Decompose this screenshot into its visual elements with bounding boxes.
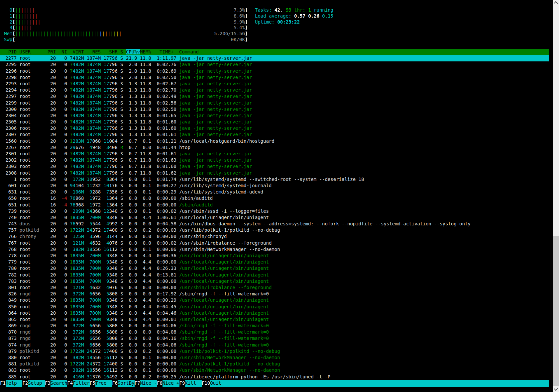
- process-row[interactable]: 2293 root 20 0 7482M 1874M 17796 S 1.3 1…: [0, 81, 549, 87]
- swap-meter: Swp[ 0K/0K]: [4, 37, 248, 43]
- uptime: Uptime: 00:23:22: [255, 19, 333, 25]
- fkey-action-label: Kill: [185, 380, 202, 386]
- process-row[interactable]: 757 polkitd 20 0 1722M 24372 17400 S 0.0…: [0, 227, 549, 233]
- fkey-label: F9: [179, 380, 185, 386]
- chevron-down-icon: [554, 387, 558, 391]
- process-row[interactable]: 874 rngd 20 0 372M 6656 5808 S 0.0 0.0 0…: [0, 342, 549, 348]
- process-row[interactable]: 767 root 20 0 121M 4632 4076 S 0.0 0.0 0…: [0, 240, 549, 246]
- process-row[interactable]: 826 rngd 20 0 372M 6656 5808 S 0.0 0.0 0…: [0, 291, 549, 297]
- sort-column-header-cpu[interactable]: CPU%▽: [126, 49, 140, 54]
- fkey-label: F1: [0, 380, 6, 386]
- fkey-action-label: Search: [51, 380, 67, 386]
- process-row[interactable]: 885 root 20 0 416M 31376 16492 S 0.0 0.2…: [0, 374, 549, 380]
- process-row[interactable]: 766 chrony 20 0 125M 3596 3144 S 0.0 0.0…: [0, 233, 549, 240]
- fkey-action-label: Nice -: [140, 380, 157, 386]
- fkey-action-label: Nice +: [163, 380, 179, 386]
- process-row[interactable]: 739 root 20 0 209M 14368 12340 S 0.0 0.1…: [0, 208, 549, 214]
- process-row[interactable]: 2300 root 20 0 7482M 1874M 17796 S 1.3 1…: [0, 106, 549, 113]
- process-row[interactable]: 1 root 20 0 172M 10952 8364 S 0.0 0.1 0:…: [0, 176, 549, 183]
- process-row[interactable]: 740 root 20 0 1835M 700M 9348 S 0.0 4.4 …: [0, 214, 549, 221]
- fkey-tree-button[interactable]: F5Tree: [90, 380, 112, 386]
- fkey-action-label: Setup: [28, 380, 45, 386]
- process-row[interactable]: 631 root 20 0 106M 9288 7356 S 0.0 0.1 0…: [0, 189, 549, 195]
- fkey-help-button[interactable]: F1Help: [0, 380, 22, 386]
- fkey-sortby-button[interactable]: F6SortBy: [112, 380, 134, 386]
- tasks-summary: Tasks: 42, 99 thr; 1 running: [255, 7, 333, 13]
- cpu-meter-2: 2[||||||||| 9.9%]: [4, 19, 248, 25]
- process-row[interactable]: 2301 root 20 0 7482M 1874M 17796 S 0.7 1…: [0, 151, 549, 157]
- process-row[interactable]: 650 root 16 -4 76968 1972 1364 S 0.0 0.0…: [0, 195, 549, 201]
- process-row[interactable]: 2302 root 20 0 7482M 1874M 17796 S 0.7 1…: [0, 157, 549, 163]
- process-row[interactable]: 601 root 20 0 94104 11232 10176 S 0.0 0.…: [0, 183, 549, 189]
- process-table: 2277 root 20 0 7482M 1874M 17796 S 21.9 …: [0, 55, 549, 380]
- process-row[interactable]: 801 root 20 0 121M 4632 4076 S 0.0 0.0 0…: [0, 284, 549, 291]
- scrollbar-thumb[interactable]: [553, 236, 559, 386]
- scrollbar-down-button[interactable]: [553, 386, 559, 392]
- fkey-label: F4: [67, 380, 73, 386]
- process-row[interactable]: 873 rngd 20 0 372M 6656 5808 S 0.0 0.0 0…: [0, 335, 549, 342]
- process-row[interactable]: 2306 root 20 0 7482M 1874M 17796 S 1.3 1…: [0, 125, 549, 131]
- table-header[interactable]: PID USER PRI NI VIRT RES SHR S CPU%▽MEM%…: [0, 49, 549, 55]
- process-row[interactable]: 779 root 20 0 1835M 700M 9348 S 0.0 4.4 …: [0, 259, 549, 265]
- process-row[interactable]: 2304 root 20 0 7482M 1874M 17796 S 1.3 1…: [0, 113, 549, 119]
- fkey-label: F3: [45, 380, 51, 386]
- process-row[interactable]: 2297 root 20 0 7482M 1874M 17796 S 1.3 1…: [0, 93, 549, 100]
- process-row[interactable]: 849 root 20 0 1835M 700M 9348 S 0.0 4.4 …: [0, 297, 549, 303]
- process-row[interactable]: 743 dbus 20 0 76592 5544 4992 S 0.0 0.0 …: [0, 221, 549, 227]
- process-row[interactable]: 778 root 20 0 1835M 700M 9348 S 0.0 4.4 …: [0, 253, 549, 259]
- browser-scrollbar[interactable]: [553, 0, 559, 392]
- fkey-label: F7: [135, 380, 140, 386]
- process-row[interactable]: 780 root 20 0 1835M 700M 9348 S 0.0 4.4 …: [0, 265, 549, 272]
- fkey-nice-button[interactable]: F7Nice -: [135, 380, 157, 386]
- fkey-filter-button[interactable]: F4Filter: [67, 380, 89, 386]
- process-row[interactable]: 880 root 20 0 382M 18556 16112 S 0.0 0.1…: [0, 354, 549, 361]
- function-key-bar: F1Help F2Setup F3SearchF4FilterF5Tree F6…: [0, 380, 549, 386]
- chevron-up-icon: [554, 1, 558, 6]
- process-row[interactable]: 1560 root 20 0 1283M 17068 11084 S 0.7 0…: [0, 138, 549, 144]
- fkey-search-button[interactable]: F3Search: [45, 380, 67, 386]
- fkey-label: F5: [90, 380, 95, 386]
- fkey-quit-button[interactable]: F10Quit: [202, 380, 549, 386]
- process-row[interactable]: 864 root 20 0 1835M 700M 9348 S 0.0 4.4 …: [0, 310, 549, 316]
- memory-meter: Mem[||||||||||||||||||||||||||||||||||||…: [4, 31, 248, 37]
- cpu-meter-3: 3[|||||| 5.4%]: [4, 25, 248, 31]
- fkey-label: F2: [22, 380, 28, 386]
- process-row[interactable]: 870 rngd 20 0 372M 6656 5808 S 0.0 0.0 0…: [0, 329, 549, 335]
- process-row[interactable]: 2295 root 20 0 7482M 1874M 17796 S 2.0 1…: [0, 61, 549, 68]
- process-row[interactable]: 2299 root 20 0 7482M 1874M 17796 S 1.3 1…: [0, 100, 549, 106]
- process-row[interactable]: 768 root 20 0 382M 18556 16112 S 0.0 0.1…: [0, 246, 549, 253]
- load-average: Load average: 0.57 0.26 0.15: [255, 13, 333, 19]
- process-row[interactable]: 881 polkitd 20 0 1722M 24372 17400 S 0.0…: [0, 361, 549, 367]
- fkey-action-label: SortBy: [118, 380, 135, 386]
- process-row[interactable]: 2303 root 20 0 7482M 1874M 17796 S 0.7 1…: [0, 163, 549, 170]
- fkey-label: F6: [112, 380, 118, 386]
- process-row[interactable]: 2294 root 20 0 7482M 1874M 17796 S 1.3 1…: [0, 87, 549, 93]
- process-row[interactable]: 865 root 20 0 1835M 700M 9348 S 0.0 4.4 …: [0, 316, 549, 323]
- fkey-setup-button[interactable]: F2Setup: [22, 380, 45, 386]
- process-row[interactable]: 783 root 20 0 1835M 700M 9348 S 0.0 4.4 …: [0, 278, 549, 284]
- scrollbar-up-button[interactable]: [553, 0, 559, 6]
- cpu-meter-1: 1[|||||||| 8.6%]: [4, 13, 248, 19]
- process-row[interactable]: 782 root 20 0 1835M 700M 9348 S 0.0 4.4 …: [0, 272, 549, 278]
- process-row[interactable]: 2307 root 20 0 7482M 1874M 17796 S 1.3 1…: [0, 131, 549, 138]
- process-row[interactable]: 879 polkitd 20 0 1722M 24372 17400 S 0.0…: [0, 348, 549, 354]
- tasks-load-uptime-summary: Tasks: 42, 99 thr; 1 runningLoad average…: [255, 7, 333, 25]
- process-row[interactable]: 2308 root 20 0 7482M 1874M 17796 S 0.7 1…: [0, 170, 549, 176]
- process-row[interactable]: 2298 root 20 0 7482M 1874M 17796 S 2.0 1…: [0, 74, 549, 81]
- process-row[interactable]: 883 root 20 0 382M 18556 16112 S 0.0 0.1…: [0, 367, 549, 373]
- fkey-action-label: Quit: [210, 380, 549, 386]
- fkey-action-label: Tree: [95, 380, 112, 386]
- fkey-nice-button[interactable]: F8Nice +: [157, 380, 179, 386]
- process-row[interactable]: 2305 root 20 0 7482M 1874M 17796 S 1.3 1…: [0, 119, 549, 125]
- fkey-action-label: Filter: [73, 380, 90, 386]
- cpu-memory-meters: 0[||||||| 7.3%] 1[|||||||| 8.6%] 2[|||||…: [4, 7, 248, 43]
- fkey-kill-button[interactable]: F9Kill: [179, 380, 202, 386]
- process-row[interactable]: 651 root 16 -4 76968 1972 1364 S 0.0 0.0…: [0, 202, 549, 208]
- process-row[interactable]: 869 rngd 20 0 372M 6656 5808 S 0.0 0.0 0…: [0, 323, 549, 329]
- process-row-selected[interactable]: 2277 root 20 0 7482M 1874M 17796 S 21.9 …: [0, 55, 549, 61]
- process-row[interactable]: 850 root 20 0 1835M 700M 9348 S 0.0 4.4 …: [0, 304, 549, 310]
- process-row[interactable]: 2296 root 20 0 7482M 1874M 17796 S 2.0 1…: [0, 68, 549, 74]
- fkey-action-label: Help: [6, 380, 23, 386]
- process-row[interactable]: 2267 root 20 0 29676 4948 3408 R 0.7 0.0…: [0, 144, 549, 151]
- fkey-label: F10: [202, 380, 210, 386]
